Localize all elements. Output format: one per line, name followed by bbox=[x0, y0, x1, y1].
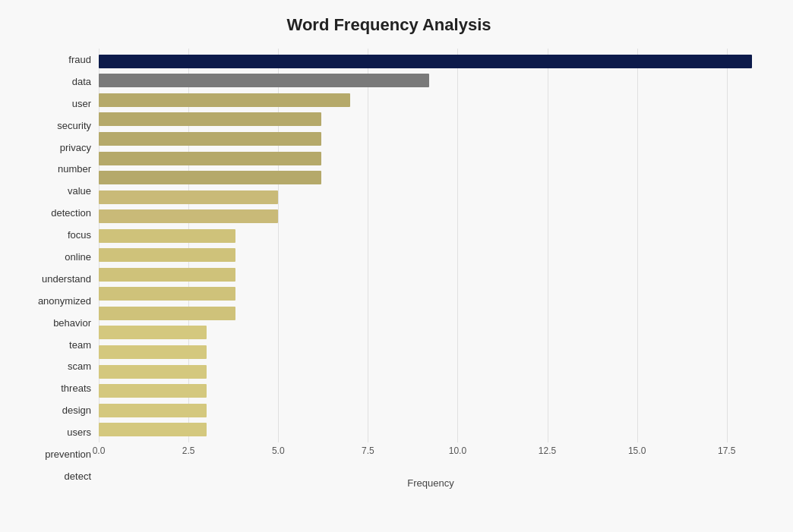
x-axis-label: 17.5 bbox=[718, 445, 735, 456]
bar-row bbox=[99, 382, 763, 399]
bar bbox=[99, 190, 278, 204]
x-axis-label: 15.0 bbox=[628, 445, 646, 456]
x-axis-label: 0.0 bbox=[93, 445, 106, 456]
grid-area bbox=[99, 49, 763, 442]
bar-row bbox=[99, 131, 763, 147]
x-axis-title: Frequency bbox=[99, 477, 763, 489]
bar bbox=[99, 74, 429, 87]
bar bbox=[99, 268, 235, 282]
y-axis-label: focus bbox=[68, 230, 91, 240]
y-axis-label: team bbox=[69, 340, 91, 350]
bar bbox=[99, 55, 752, 68]
bar bbox=[99, 132, 321, 146]
y-axis-label: understand bbox=[42, 274, 91, 284]
y-axis-label: number bbox=[58, 164, 91, 174]
bar-row bbox=[99, 92, 763, 109]
bar bbox=[99, 365, 207, 379]
bars-container bbox=[99, 49, 763, 442]
bar bbox=[99, 112, 321, 126]
y-axis-label: users bbox=[67, 427, 91, 437]
bar-row bbox=[99, 208, 763, 225]
x-axis-label: 2.5 bbox=[182, 445, 195, 456]
y-axis-label: fraud bbox=[68, 55, 91, 65]
y-axis-label: user bbox=[72, 99, 91, 109]
bar-row bbox=[99, 169, 763, 186]
y-axis-label: online bbox=[65, 252, 91, 262]
bar bbox=[99, 404, 207, 417]
bar bbox=[99, 93, 350, 107]
bar-row bbox=[99, 72, 763, 89]
y-axis-label: detect bbox=[65, 471, 91, 481]
y-axis-label: data bbox=[72, 77, 91, 87]
y-axis-label: detection bbox=[51, 208, 91, 218]
y-axis-label: value bbox=[68, 186, 91, 196]
bar-row bbox=[99, 402, 763, 419]
bar-row bbox=[99, 266, 763, 283]
y-axis-label: scam bbox=[68, 361, 91, 371]
y-axis-labels: frauddatausersecurityprivacynumbervalued… bbox=[15, 49, 99, 489]
bar-row bbox=[99, 189, 763, 206]
bar-row bbox=[99, 364, 763, 380]
x-axis-label: 7.5 bbox=[362, 445, 374, 456]
y-axis-label: threats bbox=[61, 383, 91, 393]
y-axis-label: anonymized bbox=[38, 296, 91, 306]
bars-and-grid: 0.02.55.07.510.012.515.017.5 Frequency bbox=[99, 49, 763, 489]
bar-row bbox=[99, 53, 763, 70]
x-axis-label: 10.0 bbox=[449, 445, 466, 456]
chart-title: Word Frequency Analysis bbox=[15, 15, 763, 35]
x-axis-labels: 0.02.55.07.510.012.515.017.5 bbox=[99, 445, 763, 461]
bar-row bbox=[99, 228, 763, 244]
bar bbox=[99, 152, 321, 165]
bar bbox=[99, 423, 207, 436]
bar-row bbox=[99, 305, 763, 322]
bar bbox=[99, 229, 235, 243]
y-axis-label: behavior bbox=[53, 318, 91, 328]
x-axis-label: 5.0 bbox=[272, 445, 285, 456]
bar bbox=[99, 307, 235, 320]
y-axis-label: security bbox=[57, 121, 91, 131]
bar bbox=[99, 345, 207, 359]
bar bbox=[99, 384, 207, 398]
bar bbox=[99, 248, 235, 262]
bar-row bbox=[99, 324, 763, 341]
bar bbox=[99, 326, 207, 339]
chart-area: frauddatausersecurityprivacynumbervalued… bbox=[15, 49, 763, 489]
bar-row bbox=[99, 150, 763, 167]
y-axis-label: design bbox=[62, 405, 91, 415]
bar bbox=[99, 171, 321, 184]
bar bbox=[99, 287, 235, 301]
bar-row bbox=[99, 285, 763, 302]
x-axis-label: 12.5 bbox=[539, 445, 556, 456]
bar bbox=[99, 209, 278, 223]
y-axis-label: prevention bbox=[45, 449, 91, 459]
y-axis-label: privacy bbox=[60, 143, 91, 153]
bar-row bbox=[99, 111, 763, 127]
bar-row bbox=[99, 344, 763, 360]
chart-container: Word Frequency Analysis frauddatausersec… bbox=[0, 0, 793, 532]
bar-row bbox=[99, 421, 763, 438]
bar-row bbox=[99, 247, 763, 263]
